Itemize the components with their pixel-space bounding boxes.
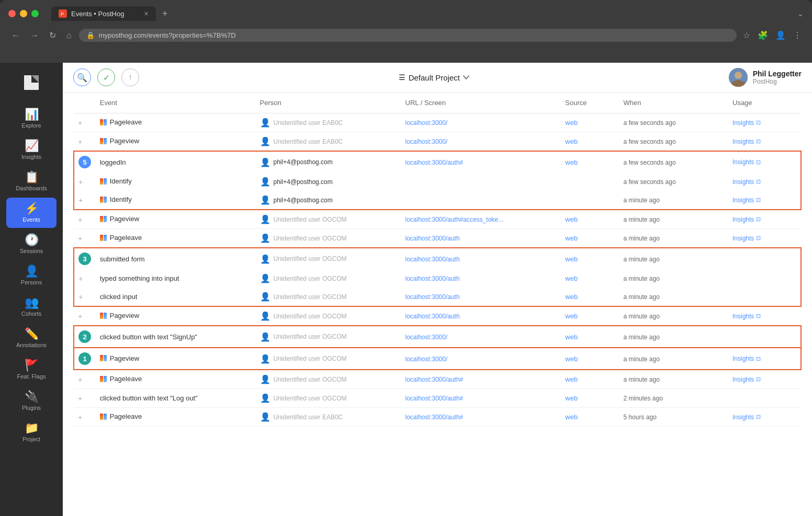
forward-button[interactable]: → bbox=[27, 29, 42, 42]
table-row[interactable]: + Pageleave 👤 Unidentified user OGCOM lo… bbox=[74, 370, 801, 389]
url-link[interactable]: localhost:3000/ bbox=[405, 138, 448, 145]
expand-button[interactable]: + bbox=[78, 137, 82, 146]
sidebar-item-dashboards[interactable]: 📋 Dashboards bbox=[6, 166, 57, 197]
profile-button[interactable]: 👤 bbox=[773, 28, 788, 42]
table-row[interactable]: + Pageview 👤 Unidentified user OGCOM loc… bbox=[74, 210, 801, 229]
sidebar-item-annotations[interactable]: ✏️ Annotations bbox=[6, 323, 57, 353]
sidebar-item-explore[interactable]: 📊 Explore bbox=[6, 104, 57, 134]
source-link[interactable]: web bbox=[565, 333, 578, 341]
check-button[interactable]: ✓ bbox=[97, 68, 115, 86]
address-bar[interactable]: 🔒 myposthog.com/events?properties=%7B%7D bbox=[79, 29, 737, 42]
sidebar-item-feat-flags[interactable]: 🚩 Feat. Flags bbox=[6, 354, 57, 385]
table-row[interactable]: 2 clicked button with text "SignUp" 👤 Un… bbox=[74, 326, 801, 348]
bookmark-button[interactable]: ☆ bbox=[741, 28, 752, 42]
fullscreen-button[interactable] bbox=[31, 10, 39, 17]
refresh-button[interactable]: ↻ bbox=[46, 28, 59, 42]
source-link[interactable]: web bbox=[565, 119, 578, 127]
url-link[interactable]: localhost:3000/auth bbox=[405, 256, 460, 263]
browser-tab[interactable]: P Events • PostHog ✕ bbox=[51, 6, 156, 21]
table-row[interactable]: + typed something into input 👤 Unidentif… bbox=[74, 269, 801, 288]
close-button[interactable] bbox=[8, 10, 16, 17]
url-link[interactable]: localhost:3000/ bbox=[405, 119, 448, 127]
source-link[interactable]: web bbox=[565, 355, 578, 363]
expand-button[interactable]: + bbox=[78, 413, 82, 421]
source-link[interactable]: web bbox=[565, 234, 578, 242]
sidebar-item-project[interactable]: 📁 Project bbox=[6, 417, 57, 448]
url-link[interactable]: localhost:3000/auth# bbox=[405, 414, 464, 421]
insights-link[interactable]: Insights ⊡ bbox=[732, 313, 797, 320]
source-link[interactable]: web bbox=[565, 413, 578, 421]
source-link[interactable]: web bbox=[565, 293, 578, 301]
new-tab-button[interactable]: + bbox=[162, 8, 168, 19]
url-link[interactable]: localhost:3000/auth bbox=[405, 235, 460, 242]
sidebar-item-events[interactable]: ⚡ Events bbox=[6, 198, 57, 228]
expand-button[interactable]: + bbox=[78, 394, 82, 403]
home-button[interactable]: ⌂ bbox=[63, 29, 75, 42]
table-row[interactable]: + Pageleave 👤 Unidentified user OGCOM lo… bbox=[74, 229, 801, 248]
table-row[interactable]: + Identify 👤 phil+4@posthog.com a few se… bbox=[74, 173, 801, 191]
url-link[interactable]: localhost:3000/auth# bbox=[405, 159, 464, 166]
expand-button[interactable]: + bbox=[78, 293, 83, 301]
insights-link[interactable]: Insights ⊡ bbox=[732, 355, 796, 362]
url-link[interactable]: localhost:3000/auth# bbox=[405, 395, 464, 402]
source-link[interactable]: web bbox=[565, 215, 578, 223]
sidebar-logo[interactable] bbox=[12, 63, 51, 102]
expand-button[interactable]: + bbox=[78, 178, 83, 186]
table-row[interactable]: 5 loggedIn 👤 phil+4@posthog.com localhos… bbox=[74, 151, 801, 173]
source-link[interactable]: web bbox=[565, 255, 578, 263]
insights-link[interactable]: Insights ⊡ bbox=[732, 138, 797, 145]
url-link[interactable]: localhost:3000/auth bbox=[405, 293, 460, 301]
source-link[interactable]: web bbox=[565, 158, 578, 166]
expand-button[interactable]: + bbox=[78, 215, 82, 224]
table-row[interactable]: 3 submitted form 👤 Unidentified user OGC… bbox=[74, 248, 801, 269]
expand-button[interactable]: + bbox=[78, 234, 82, 243]
search-button[interactable]: 🔍 bbox=[73, 68, 91, 86]
source-link[interactable]: web bbox=[565, 274, 578, 282]
source-link[interactable]: web bbox=[565, 375, 578, 383]
table-row[interactable]: + Identify 👤 phil+4@posthog.com a minute… bbox=[74, 191, 801, 210]
table-row[interactable]: 1 Pageview 👤 Unidentified user OGCOM loc… bbox=[74, 348, 801, 370]
sidebar-item-sessions[interactable]: 🕐 Sessions bbox=[6, 229, 57, 259]
url-link[interactable]: localhost:3000/auth#access_toke... bbox=[405, 216, 503, 223]
sidebar-item-cohorts[interactable]: 👥 Cohorts bbox=[6, 292, 57, 322]
up-button[interactable]: ↑ bbox=[121, 68, 139, 86]
url-link[interactable]: localhost:3000/ bbox=[405, 356, 448, 363]
expand-button[interactable]: + bbox=[78, 274, 83, 283]
sidebar-item-persons[interactable]: 👤 Persons bbox=[6, 260, 57, 291]
source-link[interactable]: web bbox=[565, 312, 578, 320]
back-button[interactable]: ← bbox=[8, 29, 23, 42]
table-row[interactable]: + clicked input 👤 Unidentified user OGCO… bbox=[74, 288, 801, 306]
insights-link[interactable]: Insights ⊡ bbox=[732, 376, 797, 383]
url-link[interactable]: localhost:3000/auth bbox=[405, 313, 460, 320]
source-link[interactable]: web bbox=[565, 137, 578, 145]
minimize-button[interactable] bbox=[20, 10, 27, 17]
expand-button[interactable]: + bbox=[78, 119, 82, 127]
project-selector[interactable]: ☰ Default Project bbox=[399, 73, 469, 82]
source-link[interactable]: web bbox=[565, 394, 578, 402]
insights-link[interactable]: Insights ⊡ bbox=[732, 119, 797, 127]
insights-link[interactable]: Insights ⊡ bbox=[732, 197, 796, 204]
table-row[interactable]: + Pageleave 👤 Unidentified user EAB0C lo… bbox=[74, 408, 801, 427]
insights-link[interactable]: Insights ⊡ bbox=[732, 414, 797, 421]
insights-link[interactable]: Insights ⊡ bbox=[732, 216, 797, 223]
url-link[interactable]: localhost:3000/auth bbox=[405, 275, 460, 282]
insights-link[interactable]: Insights ⊡ bbox=[732, 158, 796, 166]
expand-button[interactable]: + bbox=[78, 312, 82, 320]
table-container[interactable]: Event Person URL / Screen Source When Us… bbox=[63, 93, 812, 516]
window-controls[interactable]: ⌄ bbox=[797, 9, 804, 18]
expand-button[interactable]: + bbox=[78, 375, 82, 384]
table-row[interactable]: + clicked button with text "Log out" 👤 U… bbox=[74, 389, 801, 408]
table-row[interactable]: + Pageview 👤 Unidentified user OGCOM loc… bbox=[74, 306, 801, 326]
sidebar-item-plugins[interactable]: 🔌 Plugins bbox=[6, 386, 57, 416]
url-link[interactable]: localhost:3000/ bbox=[405, 334, 448, 341]
table-row[interactable]: + Pageview 👤 Unidentified user EAB0C loc… bbox=[74, 132, 801, 152]
menu-button[interactable]: ⋮ bbox=[791, 28, 804, 42]
insights-link[interactable]: Insights ⊡ bbox=[732, 235, 797, 242]
table-row[interactable]: + Pageleave 👤 Unidentified user EAB0C lo… bbox=[74, 113, 801, 132]
extensions-button[interactable]: 🧩 bbox=[755, 28, 770, 42]
tab-close-icon[interactable]: ✕ bbox=[144, 10, 149, 17]
sidebar-item-insights[interactable]: 📈 Insights bbox=[6, 135, 57, 165]
url-link[interactable]: localhost:3000/auth# bbox=[405, 376, 464, 383]
expand-button[interactable]: + bbox=[78, 196, 83, 204]
insights-link[interactable]: Insights ⊡ bbox=[732, 178, 796, 186]
